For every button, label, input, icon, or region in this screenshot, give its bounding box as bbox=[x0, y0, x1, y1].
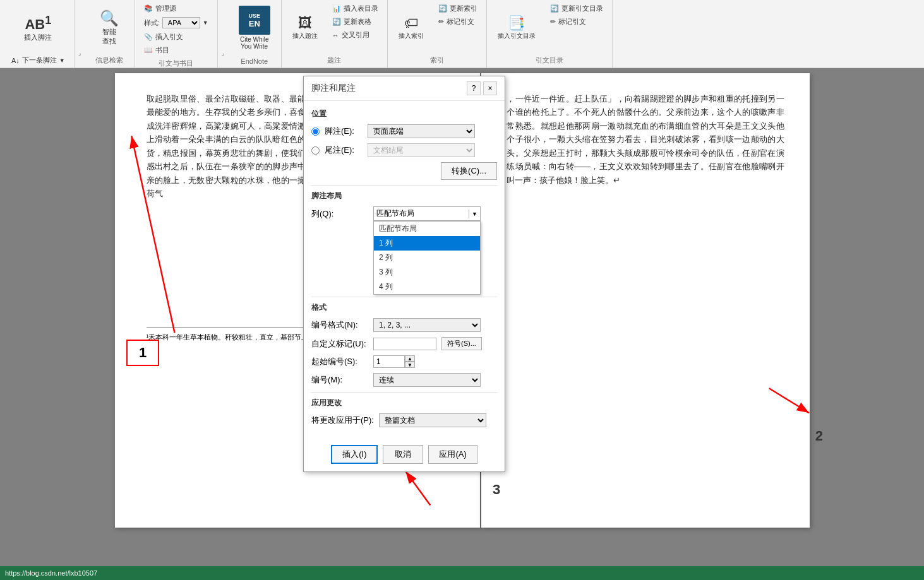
custom-mark-label: 自定义标记(U): bbox=[311, 338, 368, 350]
apply-to-label: 将更改应用于(P): bbox=[311, 415, 374, 426]
footnote-radio-label: 脚注(E): bbox=[325, 126, 363, 137]
footnote-position-select[interactable]: 页面底端 bbox=[368, 124, 475, 138]
footnote-radio[interactable] bbox=[311, 127, 320, 136]
columns-dropdown-arrow[interactable]: ▼ bbox=[469, 210, 480, 218]
divider-2 bbox=[311, 297, 497, 297]
apply-to-select[interactable]: 整篇文档 bbox=[379, 413, 486, 427]
spinner-buttons: ▲ ▼ bbox=[405, 355, 415, 368]
divider-3 bbox=[311, 392, 497, 393]
start-number-row: 起始编号(S): ▲ ▼ bbox=[311, 355, 497, 368]
custom-mark-row: 自定义标记(U): 符号(S)... bbox=[311, 337, 497, 350]
endnote-radio-row: 尾注(E): 文档结尾 bbox=[311, 143, 497, 157]
dialog-title: 脚注和尾注 bbox=[311, 83, 356, 94]
dialog-controls: ? × bbox=[467, 81, 497, 95]
endnote-radio[interactable] bbox=[311, 146, 320, 155]
columns-dropdown-list: 匹配节布局 1 列 2 列 3 列 4 列 bbox=[373, 221, 481, 295]
columns-selected-value: 匹配节布局 bbox=[374, 207, 469, 220]
dialog-overlay: 脚注和尾注 ? × 位置 脚注(E): 页面底端 bbox=[0, 0, 924, 580]
dialog-help-button[interactable]: ? bbox=[467, 81, 481, 95]
convert-button[interactable]: 转换(C)... bbox=[441, 162, 497, 180]
spinner-down-button[interactable]: ▼ bbox=[405, 362, 415, 368]
numbering-label: 编号(M): bbox=[311, 374, 368, 386]
endnote-radio-label: 尾注(E): bbox=[325, 145, 363, 156]
dialog-body: 位置 脚注(E): 页面底端 尾注(E): 文档结尾 bbox=[304, 101, 505, 440]
numbering-select[interactable]: 连续 bbox=[373, 373, 481, 387]
dialog-title-bar: 脚注和尾注 ? × bbox=[304, 76, 505, 101]
footnote-radio-row: 脚注(E): 页面底端 bbox=[311, 124, 497, 138]
divider-1 bbox=[311, 185, 497, 186]
columns-option-match[interactable]: 匹配节布局 bbox=[374, 222, 480, 236]
columns-option-4[interactable]: 4 列 bbox=[374, 280, 480, 294]
endnote-position-select[interactable]: 文档结尾 bbox=[368, 143, 475, 157]
symbol-button[interactable]: 符号(S)... bbox=[441, 337, 482, 350]
location-section-label: 位置 bbox=[311, 109, 497, 119]
columns-label: 列(Q): bbox=[311, 208, 368, 220]
apply-button[interactable]: 应用(A) bbox=[428, 445, 477, 464]
numbering-format-label: 编号格式(N): bbox=[311, 319, 368, 331]
columns-select-display[interactable]: 匹配节布局 ▼ bbox=[373, 206, 481, 221]
columns-option-3[interactable]: 3 列 bbox=[374, 265, 480, 280]
start-number-spinner: ▲ ▼ bbox=[373, 355, 415, 368]
start-number-input[interactable] bbox=[373, 355, 405, 368]
spinner-up-button[interactable]: ▲ bbox=[405, 355, 415, 362]
apply-changes-label: 应用更改 bbox=[311, 398, 497, 408]
layout-section-label: 脚注布局 bbox=[311, 191, 497, 201]
insert-button[interactable]: 插入(I) bbox=[331, 445, 378, 464]
columns-option-2[interactable]: 2 列 bbox=[374, 251, 480, 265]
start-number-label: 起始编号(S): bbox=[311, 356, 368, 367]
numbering-format-row: 编号格式(N): 1, 2, 3, ... bbox=[311, 318, 497, 332]
dialog-footer: 插入(I) 取消 应用(A) bbox=[304, 440, 505, 471]
footnote-endnote-dialog: 脚注和尾注 ? × 位置 脚注(E): 页面底端 bbox=[303, 76, 505, 472]
numbering-row: 编号(M): 连续 bbox=[311, 373, 497, 387]
custom-mark-input[interactable] bbox=[373, 338, 436, 350]
columns-row: 列(Q): 匹配节布局 ▼ 匹配节布局 1 列 2 列 3 列 4 列 bbox=[311, 206, 497, 221]
numbering-format-select[interactable]: 1, 2, 3, ... bbox=[373, 318, 481, 332]
columns-dropdown-container: 匹配节布局 ▼ 匹配节布局 1 列 2 列 3 列 4 列 bbox=[373, 206, 481, 221]
cancel-button[interactable]: 取消 bbox=[383, 445, 423, 464]
apply-to-row: 将更改应用于(P): 整篇文档 bbox=[311, 413, 497, 427]
dialog-close-button[interactable]: × bbox=[483, 81, 497, 95]
format-section-label: 格式 bbox=[311, 302, 497, 313]
columns-option-1[interactable]: 1 列 bbox=[374, 236, 480, 251]
